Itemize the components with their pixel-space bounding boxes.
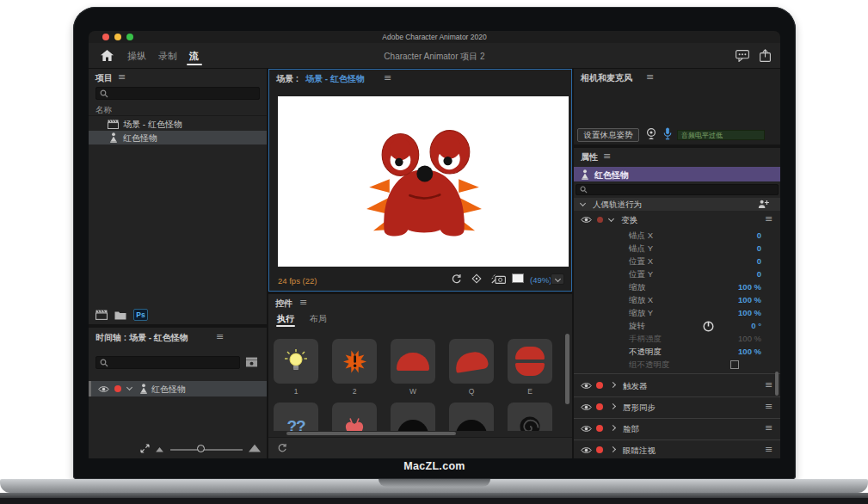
timeline-camera-icon[interactable]	[245, 357, 258, 367]
scene-viewport[interactable]	[278, 96, 569, 267]
project-search-input[interactable]	[95, 87, 260, 100]
property-row: 锚点 Y0	[574, 243, 780, 256]
zoom-out-icon[interactable]	[156, 446, 163, 452]
trigger-button-dome-2[interactable]	[449, 403, 494, 431]
tab-perform[interactable]: 执行	[277, 313, 294, 325]
set-rest-pose-button[interactable]: 设置休息姿势	[577, 128, 639, 142]
trigger-button-mouth-e[interactable]	[508, 339, 552, 384]
behavior-row-triggers[interactable]: 触发器 ≡	[574, 378, 780, 395]
timeline-panel-menu-icon[interactable]: ≡	[216, 331, 224, 342]
trigger-button-apple[interactable]	[332, 403, 377, 431]
chevron-down-icon[interactable]	[126, 384, 132, 390]
properties-panel-menu-icon[interactable]: ≡	[603, 151, 611, 162]
horizontal-scrollbar[interactable]	[286, 432, 456, 435]
behavior-row-transform[interactable]: 变换 ≡	[574, 213, 780, 226]
timeline-panel-title: 时间轴 : 场景 - 红色怪物	[95, 332, 188, 344]
eye-icon[interactable]	[98, 385, 109, 393]
trigger-button-bulb[interactable]	[274, 339, 318, 384]
section-track-behaviors[interactable]: 人偶轨道行为	[574, 198, 780, 211]
property-value[interactable]: 100 %	[675, 308, 761, 317]
refresh-icon[interactable]	[277, 443, 287, 453]
behavior-menu-icon[interactable]: ≡	[765, 379, 773, 390]
background-color-swatch[interactable]	[512, 274, 524, 283]
property-value[interactable]: 100 %	[675, 295, 761, 304]
transform-handles-icon[interactable]	[471, 273, 483, 285]
record-arm-dot[interactable]	[596, 382, 603, 389]
snapshot-icon[interactable]	[491, 274, 506, 284]
fit-view-icon[interactable]	[140, 444, 150, 453]
project-title: Character Animator 项目 2	[89, 51, 780, 63]
behavior-row-face[interactable]: 脸部 ≡	[574, 421, 780, 438]
eye-icon[interactable]	[581, 403, 592, 411]
zoom-percentage[interactable]: (49%)	[530, 275, 551, 285]
project-item-label: 红色怪物	[123, 132, 157, 144]
property-value[interactable]: 0 °	[675, 321, 761, 330]
behavior-menu-icon[interactable]: ≡	[765, 213, 773, 224]
behavior-menu-icon[interactable]: ≡	[765, 422, 773, 433]
comment-icon[interactable]	[736, 50, 749, 62]
project-panel-menu-icon[interactable]: ≡	[118, 71, 126, 83]
folder-icon[interactable]	[114, 310, 126, 320]
property-value[interactable]: 0	[675, 256, 761, 266]
zoom-in-icon[interactable]	[249, 444, 261, 452]
trigger-button-mouth-w[interactable]	[391, 339, 435, 384]
puppet-icon	[581, 169, 589, 180]
eye-icon[interactable]	[581, 382, 592, 390]
record-arm-dot[interactable]	[114, 385, 121, 392]
chevron-right-icon[interactable]	[610, 382, 616, 388]
vertical-scrollbar[interactable]	[565, 334, 569, 404]
chevron-right-icon[interactable]	[610, 446, 616, 452]
property-value[interactable]: 100 %	[675, 347, 761, 356]
scene-panel-name[interactable]: 场景 - 红色怪物	[305, 73, 365, 85]
trigger-button-question[interactable]: ??	[274, 403, 318, 431]
behavior-row-lipsync[interactable]: 唇形同步 ≡	[574, 399, 780, 416]
trigger-button-mouth-q[interactable]	[449, 339, 494, 384]
eye-icon[interactable]	[581, 425, 592, 433]
trigger-button-dome-1[interactable]	[391, 403, 435, 431]
new-scene-icon[interactable]	[95, 310, 108, 320]
behavior-row-eyegaze[interactable]: 眼睛注视 ≡	[574, 442, 780, 458]
record-arm-dot[interactable]	[597, 217, 603, 223]
project-item-puppet[interactable]: 红色怪物	[89, 131, 267, 144]
zoom-dropdown[interactable]	[551, 274, 564, 285]
properties-search-input[interactable]	[576, 184, 779, 195]
timeline-zoom-slider-track[interactable]	[170, 449, 243, 451]
group-opacity-checkbox[interactable]	[730, 360, 739, 369]
vertical-scrollbar[interactable]	[775, 372, 779, 396]
property-value[interactable]: 100 %	[675, 282, 761, 292]
timeline-zoom-slider-handle[interactable]	[197, 445, 205, 452]
chevron-down-icon[interactable]	[608, 216, 614, 222]
controls-panel-menu-icon[interactable]: ≡	[299, 297, 307, 308]
share-icon[interactable]	[760, 49, 771, 62]
controls-panel: 控件 ≡ 执行 布局	[268, 294, 572, 458]
tab-layout[interactable]: 布局	[310, 313, 327, 325]
camera-panel-menu-icon[interactable]: ≡	[646, 71, 654, 83]
timeline-track-row[interactable]: 红色怪物	[89, 381, 267, 396]
red-monster-character[interactable]	[360, 129, 489, 237]
chevron-right-icon[interactable]	[610, 425, 616, 431]
photoshop-icon[interactable]: Ps	[133, 309, 148, 321]
project-item-scene[interactable]: 场景 - 红色怪物	[89, 117, 267, 131]
eye-icon[interactable]	[581, 446, 592, 454]
eye-icon[interactable]	[581, 216, 592, 224]
refresh-icon[interactable]	[451, 274, 462, 285]
add-behavior-icon[interactable]	[758, 200, 769, 209]
scene-panel-menu-icon[interactable]: ≡	[384, 72, 391, 83]
trigger-button-spiral[interactable]	[508, 403, 552, 431]
microphone-icon[interactable]	[663, 127, 672, 140]
section-label: 人偶轨道行为	[593, 200, 642, 211]
record-arm-dot[interactable]	[596, 446, 603, 453]
selected-puppet-row[interactable]: 红色怪物	[574, 167, 780, 181]
chevron-right-icon[interactable]	[610, 403, 616, 409]
timeline-search-input[interactable]	[95, 356, 240, 369]
property-value[interactable]: 0	[675, 269, 761, 279]
webcam-icon[interactable]	[646, 128, 656, 140]
behavior-menu-icon[interactable]: ≡	[765, 401, 773, 412]
behavior-menu-icon[interactable]: ≡	[765, 444, 773, 455]
record-arm-dot[interactable]	[596, 425, 603, 432]
trigger-button-burst[interactable]	[332, 339, 377, 384]
property-value[interactable]: 0	[675, 243, 761, 253]
property-label: 缩放 X	[629, 295, 653, 306]
property-value[interactable]: 0	[675, 230, 761, 240]
record-arm-dot[interactable]	[596, 403, 603, 410]
